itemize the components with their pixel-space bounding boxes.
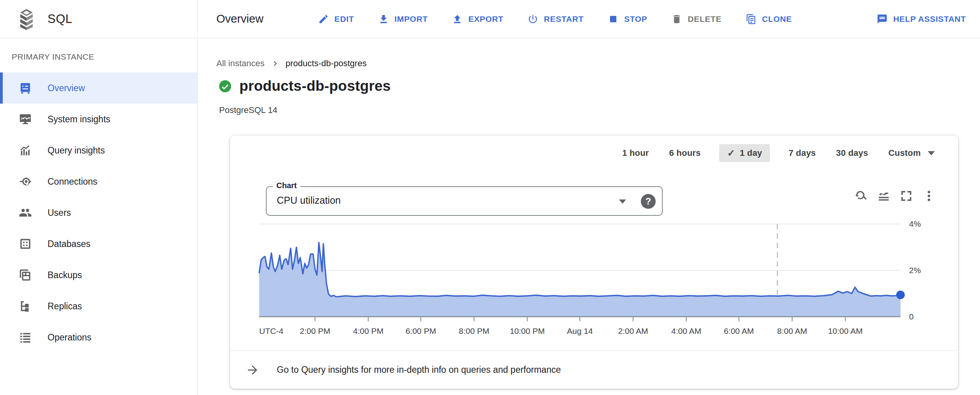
replicas-tree-icon — [19, 300, 32, 313]
svg-text:2:00 AM: 2:00 AM — [618, 326, 648, 335]
time-range-30-days[interactable]: 30 days — [835, 145, 870, 162]
bar-chart-icon — [19, 144, 32, 157]
sidebar-item-label: Overview — [48, 83, 85, 93]
check-icon: ✓ — [727, 148, 735, 159]
breadcrumb-all-instances[interactable]: All instances — [216, 58, 265, 69]
monitor-chart-icon — [19, 113, 32, 126]
export-button[interactable]: EXPORT — [452, 14, 503, 25]
fullscreen-button[interactable] — [900, 189, 913, 204]
zoom-reset-button[interactable] — [854, 189, 868, 204]
edit-label: EDIT — [334, 14, 354, 24]
help-assistant-label: HELP ASSISTANT — [893, 14, 966, 24]
status-running-check-icon — [218, 79, 232, 93]
product-header: SQL — [0, 0, 198, 38]
instance-icon — [19, 81, 32, 95]
time-range-1-hour[interactable]: 1 hour — [621, 145, 650, 162]
list-icon — [19, 331, 32, 344]
query-insights-link-text: Go to Query insights for more in-depth i… — [277, 365, 561, 375]
stop-square-icon — [608, 14, 619, 25]
svg-text:UTC-4: UTC-4 — [259, 326, 283, 335]
sidebar-item-label: Connections — [48, 176, 97, 187]
time-range-1-day[interactable]: ✓ 1 day — [719, 144, 770, 162]
cpu-utilization-chart[interactable]: 02%4%UTC-42:00 PM4:00 PM6:00 PM8:00 PM10… — [230, 218, 958, 347]
sidebar-item-label: Users — [48, 208, 71, 218]
query-insights-link[interactable]: Go to Query insights for more in-depth i… — [230, 351, 958, 389]
overview-content: All instances products-db-postgres produ… — [198, 38, 980, 395]
svg-text:Aug 14: Aug 14 — [567, 326, 593, 335]
instance-sidebar: PRIMARY INSTANCE Overview System insight… — [0, 38, 198, 395]
sidebar-item-overview[interactable]: Overview — [0, 72, 197, 104]
sidebar-item-backups[interactable]: Backups — [0, 259, 197, 291]
breadcrumb-current: products-db-postgres — [286, 58, 367, 69]
svg-text:2%: 2% — [909, 266, 921, 275]
arrow-forward-icon — [246, 363, 260, 377]
more-options-button[interactable] — [922, 189, 936, 204]
sidebar-item-replicas[interactable]: Replicas — [0, 291, 197, 322]
time-range-custom[interactable]: Custom — [887, 145, 936, 162]
time-range-7-days[interactable]: 7 days — [787, 145, 817, 162]
import-icon — [378, 14, 389, 25]
import-button[interactable]: IMPORT — [378, 14, 428, 25]
dropdown-arrow-icon — [619, 199, 626, 204]
svg-text:4:00 PM: 4:00 PM — [353, 326, 384, 335]
export-icon — [452, 14, 463, 25]
edit-button[interactable]: EDIT — [318, 14, 354, 25]
restart-label: RESTART — [544, 14, 584, 24]
chart-toolbar — [854, 189, 936, 204]
fullscreen-icon — [900, 189, 913, 203]
time-range-6-hours[interactable]: 6 hours — [668, 145, 702, 162]
sidebar-item-label: System insights — [48, 114, 110, 125]
help-icon[interactable]: ? — [641, 194, 656, 209]
power-icon — [527, 14, 538, 25]
sidebar-item-databases[interactable]: Databases — [0, 228, 197, 259]
page-title: Overview — [216, 12, 264, 25]
area-chart-mode-button[interactable] — [877, 189, 890, 204]
time-range-selector: 1 hour 6 hours ✓ 1 day 7 days 30 days Cu… — [621, 144, 936, 162]
svg-text:10:00 PM: 10:00 PM — [510, 326, 545, 335]
chart-metric-select[interactable]: Chart CPU utilization ? — [266, 186, 663, 216]
stop-label: STOP — [624, 14, 647, 24]
sidebar-item-label: Replicas — [48, 301, 82, 312]
sidebar-item-label: Query insights — [48, 145, 105, 156]
connection-icon — [19, 175, 32, 188]
sidebar-item-system-insights[interactable]: System insights — [0, 104, 197, 135]
import-label: IMPORT — [394, 14, 428, 24]
stop-button[interactable]: STOP — [608, 14, 647, 25]
backups-icon — [19, 268, 32, 282]
sidebar-item-label: Databases — [48, 239, 90, 249]
area-chart-icon — [877, 189, 890, 203]
instance-title: products-db-postgres — [239, 78, 391, 94]
sidebar-item-users[interactable]: Users — [0, 197, 197, 228]
sidebar-item-connections[interactable]: Connections — [0, 166, 197, 197]
chevron-right-icon — [270, 58, 280, 69]
restart-button[interactable]: RESTART — [527, 14, 584, 25]
svg-text:4%: 4% — [909, 219, 921, 228]
sql-product-logo-icon — [16, 8, 37, 30]
delete-button[interactable]: DELETE — [671, 14, 721, 25]
clone-icon — [746, 14, 757, 25]
svg-text:6:00 PM: 6:00 PM — [405, 326, 436, 335]
svg-text:8:00 PM: 8:00 PM — [459, 326, 489, 335]
chart-select-label: Chart — [273, 181, 300, 190]
svg-text:0: 0 — [909, 312, 914, 321]
help-assistant-button[interactable]: HELP ASSISTANT — [877, 14, 966, 25]
database-grid-icon — [19, 237, 32, 250]
sidebar-item-query-insights[interactable]: Query insights — [0, 135, 197, 166]
clone-button[interactable]: CLONE — [746, 14, 792, 25]
svg-text:6:00 AM: 6:00 AM — [724, 326, 754, 335]
chevron-down-icon — [928, 151, 935, 155]
export-label: EXPORT — [468, 14, 503, 24]
clone-label: CLONE — [762, 14, 792, 24]
users-icon — [19, 206, 32, 219]
sidebar-item-label: Backups — [48, 270, 82, 280]
chart-select-value: CPU utilization — [277, 195, 341, 206]
sidebar-item-operations[interactable]: Operations — [0, 322, 197, 353]
sidebar-section-title: PRIMARY INSTANCE — [0, 52, 197, 72]
zoom-reset-icon — [854, 189, 868, 203]
sidebar-item-label: Operations — [48, 332, 92, 343]
delete-label: DELETE — [688, 14, 721, 24]
instance-toolbar: EDIT IMPORT EXPORT RESTART STOP DELETE — [318, 14, 966, 25]
more-vert-icon — [922, 189, 936, 203]
cloud-sql-console: SQL Overview EDIT IMPORT EXPORT RESTART — [0, 0, 980, 395]
breadcrumb: All instances products-db-postgres — [216, 58, 366, 69]
